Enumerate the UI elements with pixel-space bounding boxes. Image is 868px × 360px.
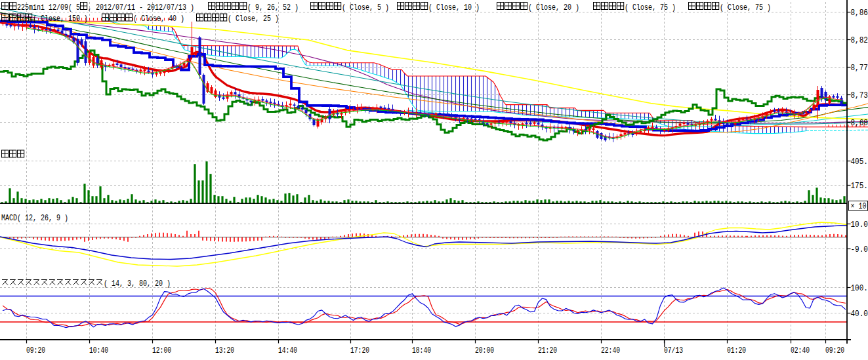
svg-text:, 2012/07/11 - 2012/07/13 ): , 2012/07/11 - 2012/07/13 ) bbox=[88, 3, 194, 12]
svg-text:225mini 12/09( 5: 225mini 12/09( 5 bbox=[17, 3, 80, 12]
svg-text:09:20: 09:20 bbox=[825, 346, 844, 355]
svg-text:02:40: 02:40 bbox=[791, 346, 810, 355]
svg-text:10:40: 10:40 bbox=[89, 346, 108, 355]
svg-text:8,77: 8,77 bbox=[851, 63, 868, 73]
svg-text:07/13: 07/13 bbox=[664, 346, 683, 355]
svg-text:-9.0: -9.0 bbox=[851, 245, 868, 254]
svg-text:( Close, 75 ): ( Close, 75 ) bbox=[625, 3, 676, 12]
svg-text:09:20: 09:20 bbox=[26, 346, 45, 355]
svg-text:12:00: 12:00 bbox=[152, 346, 171, 355]
svg-text:175.: 175. bbox=[851, 181, 868, 191]
svg-text:10.0: 10.0 bbox=[851, 220, 868, 230]
svg-text:( Close, 10 ): ( Close, 10 ) bbox=[428, 3, 480, 12]
svg-text:( Close, 150 ): ( Close, 150 ) bbox=[33, 14, 88, 24]
svg-text:MACD( 12, 26, 9 ): MACD( 12, 26, 9 ) bbox=[1, 213, 68, 223]
svg-text:( Close, 25 ): ( Close, 25 ) bbox=[228, 14, 279, 24]
svg-text:405.: 405. bbox=[851, 157, 868, 167]
svg-text:( 14, 3, 80, 20 ): ( 14, 3, 80, 20 ) bbox=[104, 279, 171, 289]
svg-text:8,73: 8,73 bbox=[851, 90, 868, 100]
svg-text:( Close, 40 ): ( Close, 40 ) bbox=[133, 14, 184, 24]
svg-text:01:20: 01:20 bbox=[727, 346, 746, 355]
svg-text:× 10: × 10 bbox=[851, 201, 867, 211]
svg-text:( Close, 75 ): ( Close, 75 ) bbox=[720, 3, 771, 12]
svg-text:100.: 100. bbox=[851, 283, 868, 293]
svg-text:17:20: 17:20 bbox=[350, 346, 369, 355]
svg-text:40.0: 40.0 bbox=[851, 309, 868, 319]
svg-text:20:00: 20:00 bbox=[475, 346, 494, 355]
svg-text:( Close, 20 ): ( Close, 20 ) bbox=[528, 3, 579, 12]
svg-text:13:20: 13:20 bbox=[215, 346, 234, 355]
svg-text:8,68: 8,68 bbox=[851, 118, 868, 128]
svg-text:21:20: 21:20 bbox=[538, 346, 557, 355]
svg-text:8,86: 8,86 bbox=[851, 8, 868, 18]
svg-text:( Close, 5 ): ( Close, 5 ) bbox=[342, 3, 389, 12]
svg-text:( 9, 26, 52 ): ( 9, 26, 52 ) bbox=[247, 3, 299, 12]
svg-text:18:40: 18:40 bbox=[412, 346, 431, 355]
svg-text:8,82: 8,82 bbox=[851, 35, 868, 45]
svg-text:22:40: 22:40 bbox=[601, 346, 620, 355]
svg-text:14:40: 14:40 bbox=[278, 346, 297, 355]
